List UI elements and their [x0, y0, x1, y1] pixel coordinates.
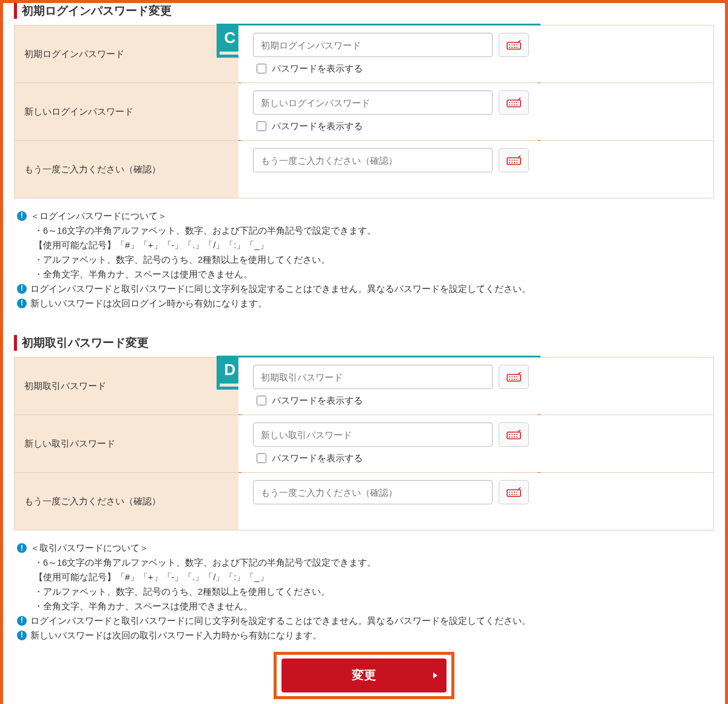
- login-note-l2: ログインパスワードと取引パスワードに同じ文字列を設定することはできません。異なる…: [30, 282, 531, 297]
- login-current-show-label: パスワードを表示する: [272, 63, 363, 75]
- login-current-row: 初期ログインパスワード パスワードを表示する: [15, 25, 713, 83]
- login-note-b3: ・アルファベット、数字、記号のうち、2種類以上を使用してください。: [17, 253, 714, 268]
- svg-point-35: [516, 376, 517, 377]
- svg-point-32: [509, 376, 510, 377]
- login-new-show-label: パスワードを表示する: [272, 121, 363, 132]
- soft-keyboard-button[interactable]: [499, 33, 529, 57]
- login-current-show[interactable]: パスワードを表示する: [253, 62, 699, 75]
- login-new-show-checkbox[interactable]: [257, 121, 266, 131]
- svg-point-44: [514, 434, 515, 435]
- trade-confirm-label: もう一度ご入力ください（確認）: [15, 473, 238, 530]
- svg-point-2: [509, 44, 510, 46]
- svg-point-46: [509, 436, 510, 438]
- svg-point-16: [509, 104, 510, 106]
- trade-notes: !＜取引パスワードについて＞ ・6～16文字の半角アルファベット、数字、および下…: [17, 541, 714, 643]
- svg-point-6: [509, 47, 510, 48]
- login-note-b4: ・全角文字、半角カナ、スペースは使用できません。: [17, 268, 714, 282]
- login-new-label: 新しいログインパスワード: [15, 83, 238, 140]
- trade-new-input[interactable]: [253, 422, 493, 447]
- svg-point-28: [514, 162, 515, 163]
- trade-new-show-label: パスワードを表示する: [272, 453, 363, 464]
- svg-point-38: [514, 379, 515, 380]
- info-icon: !: [17, 616, 27, 626]
- trade-note-l2: ログインパスワードと取引パスワードに同じ文字列を設定することはできません。異なる…: [30, 614, 531, 629]
- chevron-right-icon: [433, 672, 437, 679]
- trade-current-show-label: パスワードを表示する: [272, 395, 363, 407]
- svg-rect-0: [507, 42, 521, 49]
- trade-confirm-input[interactable]: [253, 480, 493, 504]
- svg-point-47: [511, 436, 513, 438]
- section-trade-title: 初期取引パスワード変更: [14, 335, 714, 351]
- svg-point-4: [514, 44, 515, 46]
- svg-point-3: [511, 44, 513, 46]
- svg-point-36: [509, 379, 510, 380]
- login-notes: !＜ログインパスワードについて＞ ・6～16文字の半角アルファベット、数字、およ…: [17, 209, 714, 311]
- trade-note-b1: ・6～16文字の半角アルファベット、数字、および下記の半角記号で設定できます。: [17, 556, 714, 570]
- info-icon: !: [17, 284, 27, 294]
- svg-point-52: [509, 492, 510, 493]
- trade-confirm-row: もう一度ご入力ください（確認）: [15, 473, 713, 530]
- svg-point-37: [511, 379, 513, 380]
- info-icon: !: [17, 299, 27, 308]
- section-login-title: 初期ログインパスワード変更: [14, 3, 714, 19]
- svg-point-9: [516, 47, 517, 48]
- trade-new-show-checkbox[interactable]: [257, 453, 266, 463]
- info-icon: !: [17, 631, 27, 640]
- svg-point-57: [511, 494, 513, 495]
- svg-point-27: [511, 162, 513, 163]
- svg-point-53: [511, 492, 513, 493]
- svg-point-15: [516, 102, 517, 103]
- svg-point-13: [511, 102, 513, 103]
- keyboard-icon: [507, 155, 521, 165]
- login-current-show-checkbox[interactable]: [257, 64, 266, 73]
- svg-point-22: [509, 160, 510, 161]
- svg-rect-20: [507, 158, 521, 164]
- trade-new-show[interactable]: パスワードを表示する: [253, 452, 699, 465]
- login-note-b1: ・6～16文字の半角アルファベット、数字、および下記の半角記号で設定できます。: [17, 224, 714, 239]
- login-confirm-label: もう一度ご入力ください（確認）: [15, 141, 238, 198]
- svg-point-45: [516, 434, 517, 435]
- svg-point-58: [514, 494, 515, 495]
- soft-keyboard-button[interactable]: [499, 480, 529, 504]
- login-confirm-input[interactable]: [253, 148, 493, 172]
- svg-point-55: [516, 492, 517, 493]
- login-new-row: 新しいログインパスワード パスワードを表示する: [15, 83, 713, 141]
- svg-point-29: [516, 162, 517, 163]
- trade-note-l3: 新しいパスワードは次回の取引パスワード入力時から有効になります。: [30, 629, 322, 643]
- trade-note-b3: ・アルファベット、数字、記号のうち、2種類以上を使用してください。: [17, 585, 714, 600]
- svg-point-26: [509, 162, 510, 163]
- svg-point-5: [516, 44, 517, 46]
- trade-note-head: ＜取引パスワードについて＞: [30, 541, 149, 556]
- svg-point-42: [509, 434, 510, 435]
- svg-point-43: [511, 434, 513, 435]
- soft-keyboard-button[interactable]: [499, 90, 529, 115]
- login-confirm-row: もう一度ご入力ください（確認）: [15, 141, 713, 198]
- login-current-input[interactable]: [253, 33, 493, 57]
- trade-current-show-checkbox[interactable]: [257, 396, 266, 405]
- login-new-input[interactable]: [253, 90, 493, 115]
- trade-current-input[interactable]: [253, 365, 493, 389]
- trade-current-label: 初期取引パスワード: [15, 357, 238, 415]
- keyboard-icon: [507, 430, 521, 439]
- keyboard-icon: [507, 40, 521, 50]
- svg-point-14: [514, 102, 515, 103]
- trade-note-b4: ・全角文字、半角カナ、スペースは使用できません。: [17, 600, 714, 614]
- svg-rect-30: [507, 374, 521, 381]
- svg-point-19: [516, 104, 517, 106]
- soft-keyboard-button[interactable]: [499, 422, 529, 447]
- svg-point-7: [511, 47, 513, 48]
- trade-current-row: 初期取引パスワード パスワードを表示する: [15, 357, 713, 415]
- keyboard-icon: [507, 98, 521, 107]
- login-password-table: C お客様が新たに設定するログインパスワード 初期ログインパスワード パスワード…: [14, 25, 714, 198]
- svg-point-23: [511, 160, 513, 161]
- login-new-show[interactable]: パスワードを表示する: [253, 120, 699, 133]
- soft-keyboard-button[interactable]: [499, 365, 529, 389]
- keyboard-icon: [507, 487, 521, 497]
- page-frame: 初期ログインパスワード変更 C お客様が新たに設定するログインパスワード 初期ロ…: [0, 0, 728, 704]
- svg-point-33: [511, 376, 513, 377]
- svg-point-25: [516, 160, 517, 161]
- trade-current-show[interactable]: パスワードを表示する: [253, 394, 699, 407]
- svg-rect-40: [507, 432, 521, 439]
- submit-button[interactable]: 変更: [281, 658, 447, 692]
- soft-keyboard-button[interactable]: [499, 148, 529, 172]
